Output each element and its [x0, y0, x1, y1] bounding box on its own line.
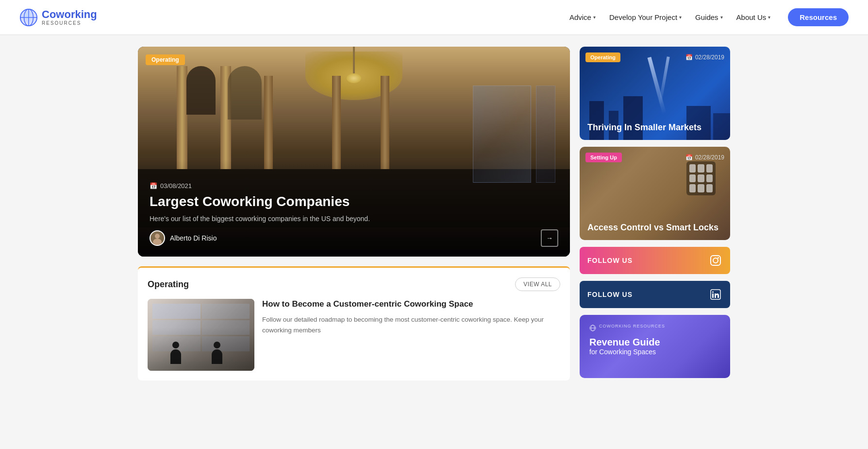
logo-subtitle: RESOURCES	[42, 20, 97, 26]
card-access[interactable]: Setting Up 📅 02/28/2019 Access Control v…	[580, 147, 730, 240]
article-description: Follow our detailed roadmap to becoming …	[262, 314, 560, 335]
hero-description: Here's our list of the biggest coworking…	[150, 215, 558, 223]
logo-text: Coworking RESOURCES	[42, 9, 97, 26]
svg-point-13	[712, 292, 714, 293]
section-title: Operating	[148, 279, 189, 290]
card-access-title: Access Control vs Smart Locks	[587, 222, 722, 233]
author-name: Alberto Di Risio	[170, 234, 217, 242]
follow-linkedin[interactable]: FOLLOW US	[580, 281, 730, 308]
follow-instagram[interactable]: FOLLOW US	[580, 247, 730, 274]
calendar-small-icon: 📅	[685, 54, 693, 61]
card-access-header: Setting Up 📅 02/28/2019	[585, 153, 724, 162]
card-thriving-header: Operating 📅 02/28/2019	[585, 52, 724, 62]
nav-develop[interactable]: Develop Your Project ▾	[609, 13, 682, 21]
hero-author: Alberto Di Risio	[150, 230, 217, 246]
revenue-logo-text: Coworking Resources	[599, 324, 665, 328]
card-thriving-date: 📅 02/28/2019	[685, 54, 724, 61]
article-title: How to Become a Customer-centric Coworki…	[262, 299, 560, 310]
resources-button[interactable]: Resources	[788, 8, 849, 26]
nav-advice[interactable]: Advice ▾	[569, 13, 596, 21]
linkedin-icon	[709, 288, 722, 301]
svg-point-9	[713, 258, 718, 263]
revenue-guide-card[interactable]: Coworking Resources Revenue Guide for Co…	[580, 315, 730, 378]
nav-about[interactable]: About Us ▾	[736, 13, 771, 21]
card-thriving-title: Thriving In Smaller Markets	[587, 122, 722, 133]
svg-rect-8	[711, 256, 720, 265]
card-access-overlay: Access Control vs Smart Locks	[580, 215, 730, 240]
nav-advice-arrow: ▾	[593, 15, 596, 20]
section-header: Operating VIEW ALL	[148, 277, 560, 291]
header: Coworking RESOURCES Advice ▾ Develop You…	[0, 0, 868, 35]
card-thriving-tag: Operating	[585, 52, 620, 62]
hero-footer: Alberto Di Risio →	[150, 229, 558, 247]
revenue-subtitle: for Coworking Spaces	[589, 348, 720, 356]
card-access-tag: Setting Up	[585, 153, 622, 162]
article-thumbnail	[148, 299, 254, 371]
calendar-icon: 📅	[150, 182, 157, 190]
nav-guides[interactable]: Guides ▾	[695, 13, 723, 21]
follow-linkedin-label: FOLLOW US	[587, 291, 633, 298]
svg-rect-12	[712, 294, 714, 298]
operating-section: Operating VIEW ALL	[138, 266, 570, 380]
author-avatar	[150, 230, 165, 246]
thumb-image	[148, 299, 254, 371]
svg-point-10	[718, 257, 719, 259]
follow-instagram-label: FOLLOW US	[587, 257, 633, 264]
instagram-icon	[709, 254, 722, 267]
globe-icon	[19, 8, 38, 27]
article-item[interactable]: How to Become a Customer-centric Coworki…	[148, 299, 560, 371]
svg-point-7	[153, 239, 162, 245]
article-content: How to Become a Customer-centric Coworki…	[262, 299, 560, 335]
hero-date: 📅 03/08/2021	[150, 182, 558, 190]
hero-arrow-button[interactable]: →	[541, 229, 558, 247]
hero-title: Largest Coworking Companies	[150, 193, 558, 210]
hero-overlay: 📅 03/08/2021 Largest Coworking Companies…	[138, 173, 570, 257]
nav-guides-arrow: ▾	[720, 15, 723, 20]
hero-card[interactable]: Operating 📅 03/08/2021 Largest Coworking…	[138, 47, 570, 257]
coworking-logo-icon	[589, 325, 596, 331]
right-column: Operating 📅 02/28/2019 Thriving In Small…	[580, 47, 730, 380]
main-content: Operating 📅 03/08/2021 Largest Coworking…	[128, 35, 740, 392]
main-nav: Advice ▾ Develop Your Project ▾ Guides ▾…	[569, 8, 849, 26]
left-column: Operating 📅 03/08/2021 Largest Coworking…	[138, 47, 570, 380]
logo-brand: Coworking	[42, 9, 97, 20]
revenue-title: Revenue Guide	[589, 336, 720, 348]
svg-point-5	[20, 9, 37, 25]
card-access-date: 📅 02/28/2019	[685, 154, 724, 161]
hero-category-tag: Operating	[146, 54, 185, 65]
nav-about-arrow: ▾	[768, 15, 770, 20]
card-thriving-overlay: Thriving In Smaller Markets	[580, 115, 730, 140]
calendar-small-icon2: 📅	[685, 154, 693, 161]
card-thriving[interactable]: Operating 📅 02/28/2019 Thriving In Small…	[580, 47, 730, 140]
svg-point-6	[155, 234, 160, 239]
nav-develop-arrow: ▾	[679, 15, 682, 20]
view-all-button[interactable]: VIEW ALL	[515, 277, 560, 291]
logo[interactable]: Coworking RESOURCES	[19, 8, 97, 27]
